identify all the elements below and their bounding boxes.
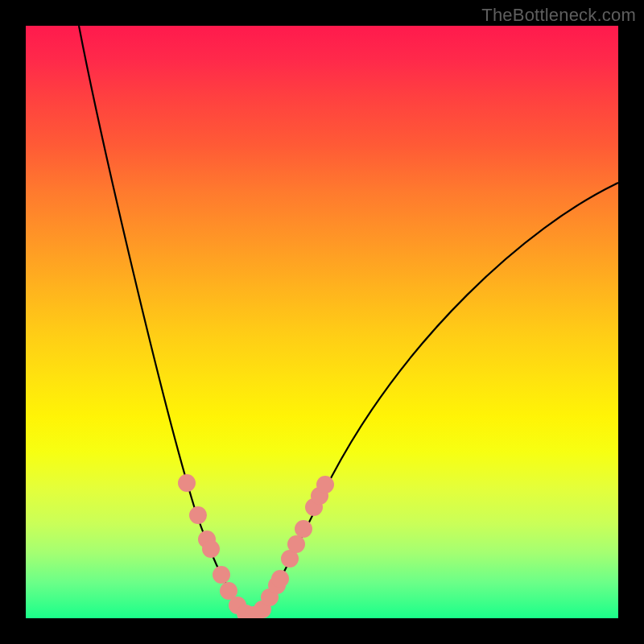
watermark-text: TheBottleneck.com	[481, 5, 636, 26]
marker-point	[287, 535, 305, 553]
marker-point	[202, 540, 220, 558]
marker-point	[316, 476, 334, 493]
chart-frame: TheBottleneck.com	[0, 0, 644, 644]
plot-area	[26, 26, 618, 618]
curve-left	[79, 26, 250, 616]
marker-point	[295, 520, 312, 538]
marker-point	[271, 570, 289, 588]
curve-group	[79, 26, 618, 616]
curve-right	[250, 183, 618, 616]
marker-point	[189, 506, 207, 524]
marker-group	[178, 474, 334, 618]
marker-point	[178, 474, 196, 492]
chart-svg	[26, 26, 618, 618]
marker-point	[213, 566, 230, 584]
